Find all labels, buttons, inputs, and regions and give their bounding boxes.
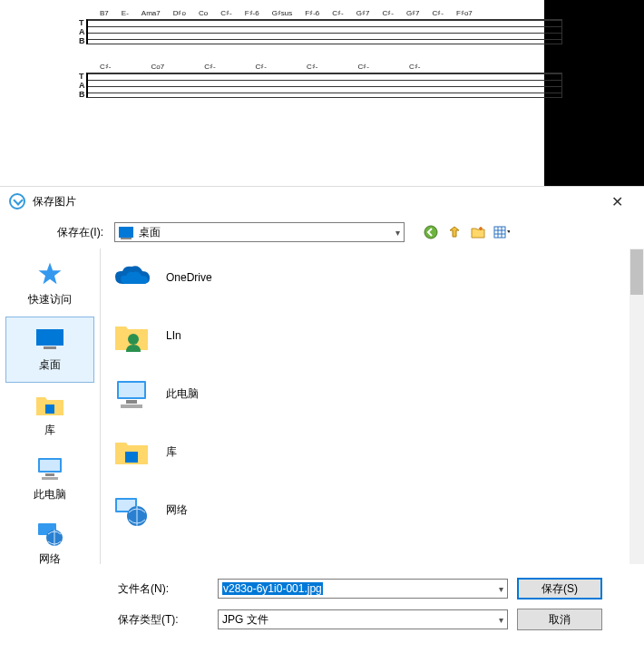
dialog-bottom: 文件名(N): v283o-6y1i0-001.jpg ▾ 保存(S) 保存类型… bbox=[0, 564, 644, 644]
filename-label: 文件名(N): bbox=[118, 581, 209, 597]
save-button[interactable]: 保存(S) bbox=[517, 578, 602, 599]
app-icon bbox=[9, 193, 25, 210]
background-document: B7E-Ama7D♯oCoC♯-F♯-6G♯susF♯-6C♯-G♯7C♯-G♯… bbox=[0, 0, 644, 186]
svg-rect-10 bbox=[40, 460, 60, 471]
pc-icon bbox=[32, 454, 68, 483]
list-item[interactable]: 库 bbox=[101, 423, 644, 481]
location-bar: 保存在(I): 桌面 ▾ bbox=[0, 216, 644, 249]
svg-rect-17 bbox=[119, 383, 144, 397]
places-sidebar: 快速访问 桌面 库 此电脑 网络 bbox=[0, 249, 100, 564]
pc-icon bbox=[112, 374, 151, 414]
sidebar-item-quick-access[interactable]: 快速访问 bbox=[0, 252, 100, 317]
sidebar-item-label: 桌面 bbox=[39, 357, 61, 373]
list-item[interactable]: LIn bbox=[101, 307, 644, 365]
sidebar-item-label: 此电脑 bbox=[34, 487, 66, 502]
svg-rect-20 bbox=[125, 452, 138, 463]
close-button[interactable]: ✕ bbox=[599, 193, 635, 210]
view-menu-icon[interactable] bbox=[493, 224, 510, 240]
location-text: 桌面 bbox=[139, 225, 395, 240]
list-item[interactable]: 网络 bbox=[101, 481, 644, 539]
file-label: 此电脑 bbox=[166, 386, 199, 402]
chevron-down-icon: ▾ bbox=[395, 228, 400, 238]
sidebar-item-desktop[interactable]: 桌面 bbox=[5, 317, 94, 383]
chevron-down-icon[interactable]: ▾ bbox=[499, 615, 503, 625]
sidebar-item-libraries[interactable]: 库 bbox=[0, 383, 100, 447]
svg-point-15 bbox=[128, 334, 139, 345]
list-item[interactable]: 此电脑 bbox=[101, 365, 644, 423]
chord-row-2: C♯-Co7C♯-C♯-C♯-C♯-C♯- bbox=[100, 63, 562, 71]
dialog-title: 保存图片 bbox=[33, 194, 599, 210]
file-label: LIn bbox=[166, 329, 181, 342]
star-icon bbox=[32, 259, 68, 288]
cancel-button[interactable]: 取消 bbox=[517, 609, 602, 630]
folder-icon bbox=[32, 390, 68, 419]
list-item[interactable]: OneDrive bbox=[101, 249, 644, 307]
filename-value: v283o-6y1i0-001.jpg bbox=[222, 582, 323, 595]
back-icon[interactable] bbox=[423, 224, 439, 240]
sidebar-item-network[interactable]: 网络 bbox=[0, 512, 100, 576]
sidebar-item-label: 库 bbox=[44, 423, 55, 438]
libraries-folder-icon bbox=[112, 432, 151, 472]
network-icon bbox=[112, 490, 151, 530]
globe-icon bbox=[32, 519, 68, 548]
filetype-combo[interactable]: JPG 文件 ▾ bbox=[218, 609, 508, 629]
desktop-icon bbox=[119, 227, 133, 238]
onedrive-icon bbox=[112, 258, 151, 297]
file-label: 库 bbox=[166, 444, 177, 460]
file-label: OneDrive bbox=[166, 271, 212, 284]
sidebar-item-label: 快速访问 bbox=[28, 292, 72, 307]
file-label: 网络 bbox=[166, 502, 188, 518]
location-combo[interactable]: 桌面 ▾ bbox=[114, 222, 405, 242]
svg-point-0 bbox=[424, 226, 437, 239]
up-icon[interactable] bbox=[446, 224, 463, 240]
filetype-value: JPG 文件 bbox=[222, 612, 268, 628]
svg-rect-1 bbox=[494, 227, 505, 238]
chevron-down-icon[interactable]: ▾ bbox=[499, 584, 503, 594]
save-in-label: 保存在(I): bbox=[36, 225, 109, 240]
scrollbar[interactable] bbox=[629, 249, 644, 564]
filetype-label: 保存类型(T): bbox=[118, 612, 209, 628]
save-dialog: 保存图片 ✕ 保存在(I): 桌面 ▾ 快速访问 桌面 bbox=[0, 186, 644, 653]
svg-rect-11 bbox=[45, 473, 54, 476]
svg-rect-18 bbox=[126, 400, 137, 404]
sidebar-item-this-pc[interactable]: 此电脑 bbox=[0, 447, 100, 512]
svg-rect-12 bbox=[42, 477, 58, 480]
svg-rect-6 bbox=[36, 329, 63, 346]
filename-input[interactable]: v283o-6y1i0-001.jpg ▾ bbox=[218, 579, 508, 599]
new-folder-icon[interactable] bbox=[470, 224, 486, 240]
file-list[interactable]: OneDrive LIn 此电脑 库 网络 bbox=[100, 249, 644, 564]
sidebar-item-label: 网络 bbox=[39, 551, 61, 567]
desktop-icon bbox=[32, 325, 68, 354]
svg-rect-19 bbox=[121, 404, 142, 408]
titlebar: 保存图片 ✕ bbox=[0, 187, 644, 216]
svg-rect-7 bbox=[44, 346, 56, 349]
svg-rect-8 bbox=[45, 404, 54, 414]
chord-row-1: B7E-Ama7D♯oCoC♯-F♯-6G♯susF♯-6C♯-G♯7C♯-G♯… bbox=[100, 9, 562, 17]
user-folder-icon bbox=[112, 316, 151, 356]
